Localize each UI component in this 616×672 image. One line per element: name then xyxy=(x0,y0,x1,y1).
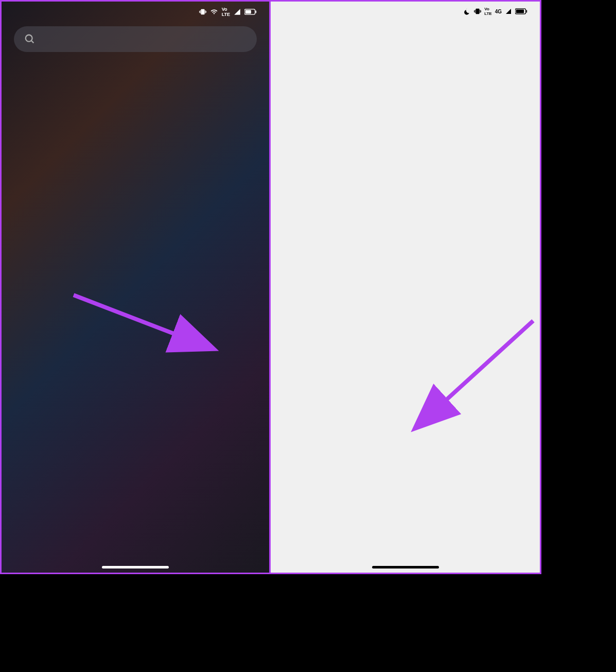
battery-icon xyxy=(515,8,527,15)
svg-rect-2 xyxy=(255,10,256,13)
svg-line-11 xyxy=(420,321,533,424)
vibrate-icon xyxy=(474,8,481,15)
signal-icon xyxy=(505,8,512,14)
status-icons: VoLTE 4G xyxy=(463,7,527,16)
wifi-icon xyxy=(209,8,219,15)
svg-point-3 xyxy=(26,35,32,42)
search-input[interactable] xyxy=(44,34,247,45)
status-bar: VoLTE 4G xyxy=(271,2,540,21)
dnd-moon-icon xyxy=(463,7,471,15)
svg-line-4 xyxy=(31,41,34,43)
svg-rect-9 xyxy=(526,10,527,12)
svg-rect-8 xyxy=(516,10,524,13)
vibrate-icon xyxy=(199,8,206,15)
volte-icon: VoLTE xyxy=(484,7,492,16)
annotation-arrow-about xyxy=(410,316,538,434)
signal-icon xyxy=(233,8,241,15)
signal-4g-icon: 4G xyxy=(495,9,502,14)
svg-line-6 xyxy=(74,295,207,347)
phone-app-drawer: VoLTE xyxy=(0,0,271,574)
phone-settings: VoLTE 4G xyxy=(271,0,541,574)
search-icon xyxy=(24,33,36,45)
page-title xyxy=(271,21,540,38)
nav-bar-indicator xyxy=(372,566,439,568)
annotation-arrow-settings xyxy=(68,290,228,362)
svg-rect-1 xyxy=(245,10,251,14)
status-icons: VoLTE xyxy=(199,7,257,17)
battery-icon xyxy=(244,8,257,15)
app-grid xyxy=(2,56,269,60)
status-bar: VoLTE xyxy=(2,2,269,22)
search-bar[interactable] xyxy=(14,26,257,52)
nav-bar-indicator xyxy=(102,566,169,568)
volte-icon: VoLTE xyxy=(222,7,230,17)
